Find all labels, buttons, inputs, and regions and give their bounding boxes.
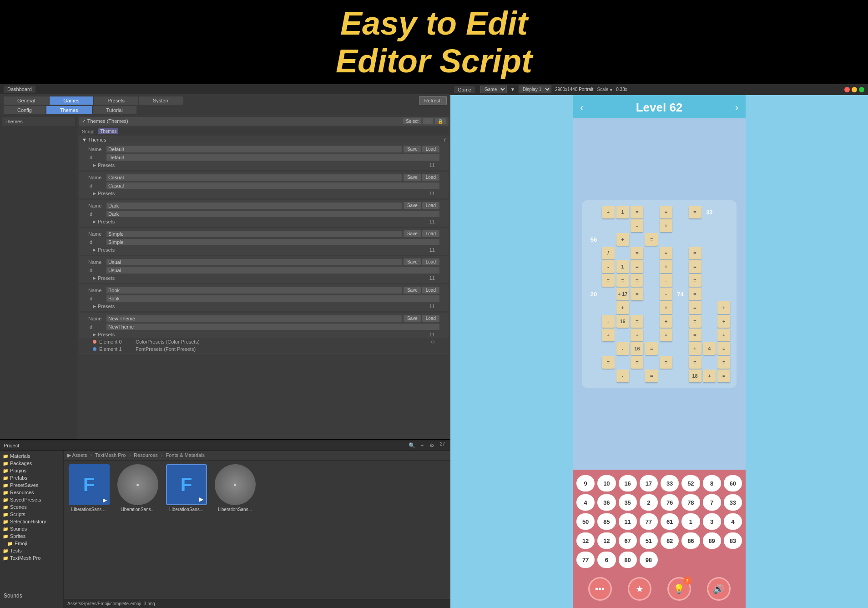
presets-row-dark[interactable]: ▶Presets 11 bbox=[79, 218, 449, 225]
cell[interactable]: + bbox=[616, 301, 629, 314]
picker-12[interactable]: 12 bbox=[576, 532, 595, 549]
project-search-icon[interactable]: 🔍 bbox=[408, 441, 416, 450]
refresh-button[interactable]: Refresh bbox=[419, 96, 447, 105]
tree-item-scenes[interactable]: 📁Scenes bbox=[0, 503, 63, 511]
tree-item-emoji[interactable]: 📁Emoji bbox=[0, 540, 63, 547]
picker-51[interactable]: 51 bbox=[640, 532, 658, 549]
prev-level-arrow[interactable]: ‹ bbox=[580, 102, 583, 114]
project-settings-icon[interactable]: ⚙ bbox=[428, 441, 436, 450]
picker-85[interactable]: 85 bbox=[597, 513, 616, 530]
save-btn-simple[interactable]: Save bbox=[404, 230, 421, 237]
inspector-lock-btn[interactable]: 🔒 bbox=[435, 118, 446, 124]
picker-98[interactable]: 98 bbox=[640, 552, 658, 568]
tree-item-tests[interactable]: 📁Tests bbox=[0, 547, 63, 554]
tree-item-savedpresets[interactable]: 📁SavedPresets bbox=[0, 496, 63, 503]
picker-2[interactable]: 2 bbox=[640, 494, 658, 511]
display-num-select[interactable]: Display 1 bbox=[519, 86, 551, 93]
load-btn-casual[interactable]: Load bbox=[422, 174, 439, 181]
presets-row-casual[interactable]: ▶Presets 11 bbox=[79, 190, 449, 197]
tree-item-scripts[interactable]: 📁Scripts bbox=[0, 511, 63, 518]
picker-10[interactable]: 10 bbox=[597, 475, 616, 491]
picker-82[interactable]: 82 bbox=[661, 532, 679, 549]
tree-item-resources[interactable]: 📁Resources bbox=[0, 489, 63, 496]
tree-item-textmeshpro[interactable]: 📁TextMesh Pro bbox=[0, 554, 63, 562]
picker-35[interactable]: 35 bbox=[619, 494, 637, 511]
picker-17[interactable]: 17 bbox=[640, 475, 658, 491]
picker-77[interactable]: 77 bbox=[640, 513, 658, 530]
presets-row-default[interactable]: ▶Presets 11 bbox=[79, 162, 449, 169]
presets-row-simple[interactable]: ▶Presets 11 bbox=[79, 246, 449, 253]
tab-general[interactable]: General bbox=[4, 96, 49, 105]
inspector-menu-btn[interactable]: ⋮ bbox=[423, 118, 433, 124]
tab-presets[interactable]: Presets bbox=[94, 96, 138, 105]
save-btn-casual[interactable]: Save bbox=[404, 174, 421, 181]
picker-33[interactable]: 33 bbox=[661, 475, 679, 491]
hint-button[interactable]: 💡 7 bbox=[667, 577, 691, 601]
picker-67[interactable]: 67 bbox=[619, 532, 637, 549]
tree-item-packages[interactable]: 📁Packages bbox=[0, 460, 63, 467]
load-btn-book[interactable]: Load bbox=[422, 287, 439, 294]
tab-tutorial[interactable]: Tutorial bbox=[93, 106, 136, 114]
picker-86[interactable]: 86 bbox=[681, 532, 700, 549]
picker-83[interactable]: 83 bbox=[724, 532, 742, 549]
save-btn-default[interactable]: Save bbox=[404, 146, 421, 152]
picker-50[interactable]: 50 bbox=[576, 513, 595, 530]
load-btn-simple[interactable]: Load bbox=[422, 230, 439, 237]
save-btn-newtheme[interactable]: Save bbox=[404, 315, 421, 322]
tree-item-selectionhistory[interactable]: 📁SelectionHistory bbox=[0, 518, 63, 525]
tab-games[interactable]: Games bbox=[50, 96, 93, 105]
close-btn[interactable] bbox=[844, 87, 850, 92]
sound-button[interactable]: 🔊 bbox=[707, 577, 731, 601]
save-btn-usual[interactable]: Save bbox=[404, 258, 421, 265]
presets-row-usual[interactable]: ▶Presets 11 bbox=[79, 274, 449, 282]
picker-9[interactable]: 9 bbox=[576, 475, 595, 491]
tree-item-sprites[interactable]: 📁Sprites bbox=[0, 532, 63, 540]
tab-themes[interactable]: Themes bbox=[46, 106, 92, 114]
presets-row-book[interactable]: ▶Presets 11 bbox=[79, 303, 449, 310]
presets-row-newtheme[interactable]: ▶Presets 11 bbox=[79, 331, 449, 338]
minimize-btn[interactable] bbox=[852, 87, 857, 92]
game-display-select[interactable]: Game bbox=[480, 86, 507, 93]
tab-system[interactable]: System bbox=[139, 96, 183, 105]
picker-6[interactable]: 6 bbox=[597, 552, 616, 568]
tree-item-prefabs[interactable]: 📁Prefabs bbox=[0, 474, 63, 481]
picker-78[interactable]: 78 bbox=[681, 494, 700, 511]
save-btn-book[interactable]: Save bbox=[404, 287, 421, 294]
asset-item-0[interactable]: F ▶ LiberationSans ... bbox=[67, 464, 111, 512]
star-button[interactable]: ★ bbox=[628, 577, 651, 601]
picker-80[interactable]: 80 bbox=[619, 552, 637, 568]
picker-4b[interactable]: 4 bbox=[724, 513, 742, 530]
tree-item-sounds[interactable]: 📁Sounds bbox=[0, 525, 63, 532]
asset-item-3[interactable]: ● LiberationSans... bbox=[213, 464, 257, 512]
save-btn-dark[interactable]: Save bbox=[404, 202, 421, 209]
cell[interactable]: + bbox=[602, 206, 615, 218]
picker-61[interactable]: 61 bbox=[661, 513, 679, 530]
picker-36[interactable]: 36 bbox=[597, 494, 616, 511]
picker-1[interactable]: 1 bbox=[681, 513, 700, 530]
picker-4[interactable]: 4 bbox=[576, 494, 595, 511]
picker-33b[interactable]: 33 bbox=[724, 494, 742, 511]
tree-item-presetsaves[interactable]: 📁PresetSaves bbox=[0, 481, 63, 489]
dashboard-tab[interactable]: Dashboard bbox=[4, 86, 35, 93]
load-btn-dark[interactable]: Load bbox=[422, 202, 439, 209]
next-level-arrow[interactable]: › bbox=[735, 102, 738, 114]
picker-11[interactable]: 11 bbox=[619, 513, 637, 530]
picker-8[interactable]: 8 bbox=[703, 475, 721, 491]
maximize-btn[interactable] bbox=[859, 87, 864, 92]
picker-16[interactable]: 16 bbox=[619, 475, 637, 491]
tree-item-materials[interactable]: 📁Materials bbox=[0, 452, 63, 460]
load-btn-usual[interactable]: Load bbox=[422, 258, 439, 265]
picker-89[interactable]: 89 bbox=[703, 532, 721, 549]
picker-76[interactable]: 76 bbox=[661, 494, 679, 511]
select-button[interactable]: Select bbox=[403, 118, 421, 124]
asset-item-2[interactable]: F ▶ LiberationSans... bbox=[165, 464, 208, 512]
tab-config[interactable]: Config bbox=[4, 106, 45, 114]
asset-item-1[interactable]: ● LiberationSans... bbox=[116, 464, 159, 512]
load-btn-default[interactable]: Load bbox=[422, 146, 439, 152]
load-btn-newtheme[interactable]: Load bbox=[422, 315, 439, 322]
more-button[interactable]: ••• bbox=[588, 577, 612, 601]
picker-52[interactable]: 52 bbox=[681, 475, 700, 491]
picker-12b[interactable]: 12 bbox=[597, 532, 616, 549]
game-tab[interactable]: Game bbox=[454, 86, 475, 93]
picker-3[interactable]: 3 bbox=[703, 513, 721, 530]
